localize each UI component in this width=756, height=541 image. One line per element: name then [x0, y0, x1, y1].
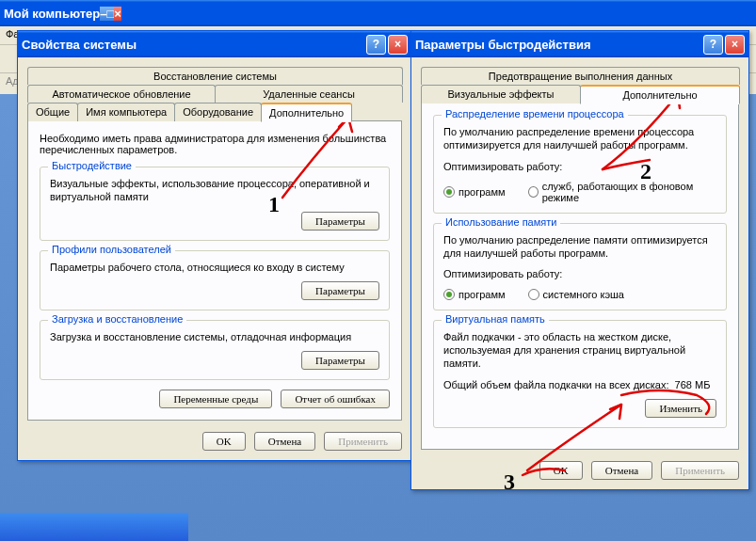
performance-settings-button[interactable]: Параметры [301, 212, 379, 231]
startup-legend: Загрузка и восстановление [48, 313, 186, 325]
cpu-group: Распределение времени процессора По умол… [433, 115, 727, 214]
cpu-optlabel: Оптимизировать работу: [443, 160, 716, 173]
perfopts-tabrow1: Предотвращение выполнения данных [421, 67, 739, 85]
perfopts-panel: Распределение времени процессора По умол… [421, 103, 739, 450]
cpu-radio-programs[interactable]: программ [443, 181, 506, 203]
sysprops-dialog-buttons: OK Отмена Применить [27, 432, 402, 451]
error-report-button[interactable]: Отчет об ошибках [281, 390, 390, 408]
mem-text: По умолчанию распределение памяти оптими… [443, 233, 716, 261]
performance-group: Быстродействие Визуальные эффекты, испол… [40, 167, 390, 241]
performance-legend: Быстродействие [48, 160, 136, 171]
sysprops-close-button[interactable]: × [388, 35, 408, 55]
sysprops-body: Восстановление системы Автоматическое об… [18, 57, 411, 460]
sysprops-cancel-button[interactable]: Отмена [254, 432, 315, 451]
perfopts-titlebar: Параметры быстродействия ? × [411, 31, 748, 57]
vmem-legend: Виртуальная память [442, 313, 549, 325]
mem-radio-cache[interactable]: системного кэша [528, 289, 624, 300]
sysprops-extra-buttons: Переменные среды Отчет об ошибках [40, 390, 390, 408]
radio-icon [443, 289, 455, 300]
vmem-group: Виртуальная память Файл подкачки - это о… [433, 320, 727, 428]
perfopts-cancel-button[interactable]: Отмена [591, 461, 652, 480]
mem-group: Использование памяти По умолчанию распре… [433, 223, 727, 310]
mem-radio-cache-label: системного кэша [543, 289, 624, 300]
sysprops-tabrow3: Общие Имя компьютера Оборудование Дополн… [27, 103, 402, 121]
tab-dep[interactable]: Предотвращение выполнения данных [421, 67, 740, 85]
radio-icon [528, 186, 539, 198]
system-properties-dialog: Свойства системы ? × Восстановление сист… [17, 30, 412, 461]
tab-visual-effects[interactable]: Визуальные эффекты [421, 85, 581, 103]
radio-icon [528, 289, 539, 300]
vmem-change-button[interactable]: Изменить [645, 399, 716, 418]
parent-minimize-button[interactable]: – [100, 7, 106, 21]
mem-radio-row: программ системного кэша [443, 289, 716, 300]
taskbar[interactable] [0, 513, 188, 541]
mem-radio-programs-label: программ [458, 289, 506, 300]
perfopts-ok-button[interactable]: OK [539, 461, 583, 480]
tab-hardware[interactable]: Оборудование [174, 103, 262, 121]
startup-group: Загрузка и восстановление Загрузка и вос… [40, 320, 390, 380]
vmem-total-value: 768 МБ [675, 379, 711, 390]
startup-settings-button[interactable]: Параметры [301, 351, 379, 370]
cpu-legend: Распределение времени процессора [442, 108, 628, 119]
env-vars-button[interactable]: Переменные среды [159, 390, 272, 408]
parent-title: Мой компьютер [4, 7, 100, 21]
tab-advanced[interactable]: Дополнительно [261, 103, 352, 122]
perfopts-close-button[interactable]: × [725, 35, 745, 55]
cpu-text: По умолчанию распределение времени проце… [443, 125, 716, 152]
tab-auto-update[interactable]: Автоматическое обновление [27, 85, 216, 103]
sysprops-title: Свойства системы [22, 38, 364, 52]
profiles-settings-button[interactable]: Параметры [301, 281, 379, 300]
vmem-total-label: Общий объем файла подкачки на всех диска… [443, 379, 668, 390]
cpu-radio-services-label: служб, работающих в фоновом режиме [542, 181, 716, 203]
sysprops-help-button[interactable]: ? [366, 35, 386, 55]
cpu-radio-services[interactable]: служб, работающих в фоновом режиме [528, 181, 716, 203]
tab-remote[interactable]: Удаленные сеансы [215, 85, 403, 103]
sysprops-apply-button[interactable]: Применить [324, 432, 402, 451]
performance-text: Визуальные эффекты, использование процес… [50, 177, 379, 204]
perfopts-help-button[interactable]: ? [703, 35, 723, 55]
sysprops-tabrow2: Автоматическое обновление Удаленные сеан… [27, 85, 402, 103]
sysprops-tabrow1: Восстановление системы [27, 67, 402, 85]
profiles-legend: Профили пользователей [48, 244, 175, 255]
tab-system-restore[interactable]: Восстановление системы [27, 67, 403, 85]
tab-computer-name[interactable]: Имя компьютера [77, 103, 175, 121]
parent-maximize-button[interactable]: □ [107, 7, 115, 21]
sysprops-ok-button[interactable]: OK [202, 432, 246, 451]
sysprops-titlebar: Свойства системы ? × [18, 31, 411, 57]
tab-perf-advanced[interactable]: Дополнительно [580, 85, 740, 104]
perfopts-apply-button[interactable]: Применить [661, 461, 739, 480]
parent-titlebar: Мой компьютер – □ × [0, 0, 756, 26]
profiles-text: Параметры рабочего стола, относящиеся ко… [50, 261, 379, 274]
perfopts-title: Параметры быстродействия [415, 38, 701, 52]
sysprops-panel: Необходимо иметь права администратора дл… [27, 120, 402, 421]
perfopts-tabrow2: Визуальные эффекты Дополнительно [421, 85, 739, 103]
mem-optlabel: Оптимизировать работу: [443, 267, 716, 280]
perfopts-body: Предотвращение выполнения данных Визуаль… [411, 57, 748, 489]
startup-text: Загрузка и восстановление системы, отлад… [50, 330, 379, 343]
vmem-total: Общий объем файла подкачки на всех диска… [443, 378, 716, 391]
cpu-radio-row: программ служб, работающих в фоновом реж… [443, 181, 716, 203]
mem-legend: Использование памяти [442, 216, 560, 228]
profiles-group: Профили пользователей Параметры рабочего… [40, 250, 390, 310]
radio-icon [443, 186, 455, 198]
mem-radio-programs[interactable]: программ [443, 289, 506, 300]
performance-options-dialog: Параметры быстродействия ? × Предотвраще… [410, 30, 749, 490]
vmem-text: Файл подкачки - это область на жестком д… [443, 330, 716, 371]
perfopts-dialog-buttons: OK Отмена Применить [421, 461, 739, 480]
cpu-radio-programs-label: программ [458, 186, 506, 198]
sysprops-intro: Необходимо иметь права администратора дл… [40, 133, 390, 155]
tab-general[interactable]: Общие [27, 103, 78, 121]
parent-close-button[interactable]: × [114, 7, 121, 21]
